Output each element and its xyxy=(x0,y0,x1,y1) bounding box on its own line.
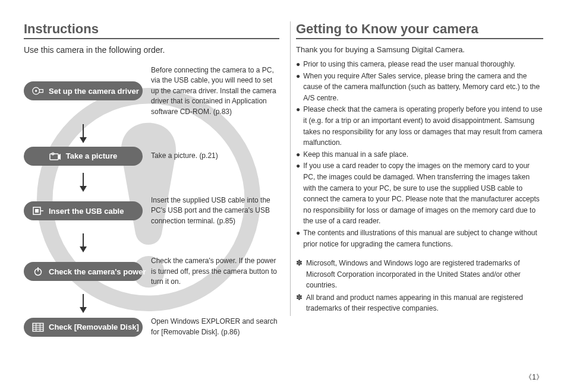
step-pill-disk: Check [Removable Disk] xyxy=(24,318,143,337)
note-symbol-icon: ✽ xyxy=(296,292,303,314)
flow-arrow-icon xyxy=(24,229,143,256)
step-row: Check the camera's power Check the camer… xyxy=(24,256,279,287)
bullet-text: Please check that the camera is operatin… xyxy=(303,104,543,148)
left-title: Instructions xyxy=(24,21,279,39)
column-divider xyxy=(290,21,291,316)
step-pill-usb: Insert the USB cable xyxy=(24,201,143,220)
svg-marker-15 xyxy=(80,246,87,252)
step-row: Check [Removable Disk] Open Windows EXPL… xyxy=(24,317,279,337)
step-label: Set up the camera driver xyxy=(49,87,139,96)
step-desc: Open Windows EXPLORER and search for [Re… xyxy=(151,317,279,337)
bullet-dot: ● xyxy=(296,71,300,104)
trademark-notes: ✽Microsoft, Windows and Windows logo are… xyxy=(296,258,543,314)
list-item: ✽Microsoft, Windows and Windows logo are… xyxy=(296,258,543,291)
bullet-list: ●Prior to using this camera, please read… xyxy=(296,59,543,249)
step-label: Check [Removable Disk] xyxy=(49,323,139,331)
intro-text: Thank you for buying a Samsung Digital C… xyxy=(296,45,543,54)
list-item: ●The contents and illustrations of this … xyxy=(296,227,543,249)
flow-arrow-icon xyxy=(24,168,143,195)
svg-marker-19 xyxy=(80,307,87,313)
bullet-dot: ● xyxy=(296,59,300,70)
step-pill-driver: Set up the camera driver xyxy=(24,81,143,100)
note-text: All brand and product names appearing in… xyxy=(306,292,543,314)
bullet-text: When you require After Sales service, pl… xyxy=(303,71,543,104)
step-desc: Insert the supplied USB cable into the P… xyxy=(151,195,279,226)
list-item: ●If you use a card reader to copy the im… xyxy=(296,160,543,227)
bullet-dot: ● xyxy=(296,160,300,227)
usb-icon xyxy=(32,206,44,216)
cd-icon xyxy=(32,86,44,96)
step-desc: Check the camera's power. If the power i… xyxy=(151,256,279,287)
list-item: ✽All brand and product names appearing i… xyxy=(296,292,543,314)
bullet-dot: ● xyxy=(296,149,300,160)
bullet-text: Prior to using this camera, please read … xyxy=(303,59,543,70)
list-item: ●When you require After Sales service, p… xyxy=(296,71,543,104)
list-item: ●Keep this manual in a safe place. xyxy=(296,149,543,160)
power-icon xyxy=(32,267,44,276)
flow-arrow-icon xyxy=(24,119,143,147)
right-title: Getting to Know your camera xyxy=(296,21,543,39)
bullet-dot: ● xyxy=(296,104,300,148)
note-symbol-icon: ✽ xyxy=(296,258,303,291)
steps-flow: Set up the camera driver Before connecti… xyxy=(24,65,279,337)
note-text: Microsoft, Windows and Windows logo are … xyxy=(306,258,543,291)
step-label: Check the camera's power xyxy=(49,267,146,276)
bullet-text: If you use a card reader to copy the ima… xyxy=(303,160,543,227)
step-pill-picture: Take a picture xyxy=(24,147,143,166)
step-desc: Before connecting the camera to a PC, vi… xyxy=(151,65,279,117)
bullet-text: The contents and illustrations of this m… xyxy=(303,227,543,249)
step-pill-power: Check the camera's power xyxy=(24,262,143,281)
flow-arrow-icon xyxy=(24,289,143,317)
page-number: 《1》 xyxy=(525,372,543,382)
svg-rect-12 xyxy=(35,209,39,213)
step-row: Take a picture Take a picture. (p.21) xyxy=(24,147,279,166)
step-row: Set up the camera driver Before connecti… xyxy=(24,65,279,117)
bullet-dot: ● xyxy=(296,227,300,249)
step-label: Insert the USB cable xyxy=(49,207,134,216)
disk-icon xyxy=(32,323,44,332)
camera-icon xyxy=(49,151,61,161)
step-desc: Take a picture. (p.21) xyxy=(151,151,218,161)
svg-marker-10 xyxy=(80,186,87,192)
svg-point-3 xyxy=(35,90,37,92)
svg-marker-5 xyxy=(80,137,87,143)
left-subhead: Use this camera in the following order. xyxy=(24,45,279,55)
step-label: Take a picture xyxy=(66,151,117,160)
step-row: Insert the USB cable Insert the supplied… xyxy=(24,195,279,226)
list-item: ●Prior to using this camera, please read… xyxy=(296,59,543,70)
bullet-text: Keep this manual in a safe place. xyxy=(303,149,543,160)
list-item: ●Please check that the camera is operati… xyxy=(296,104,543,148)
